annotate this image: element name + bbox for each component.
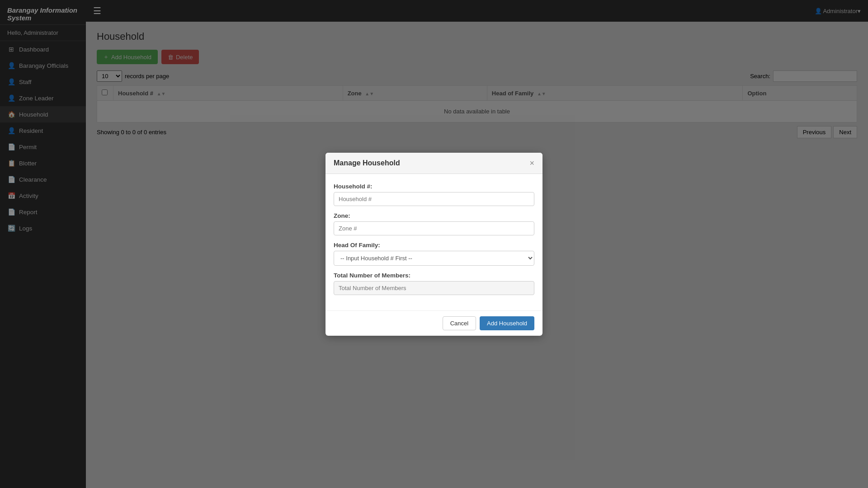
cancel-button[interactable]: Cancel <box>443 316 476 330</box>
modal-title: Manage Household <box>334 159 400 167</box>
modal-overlay: Manage Household × Household #: Zone: He… <box>0 0 868 488</box>
head-of-family-select[interactable]: -- Input Household # First -- <box>334 251 534 266</box>
total-members-field-group: Total Number of Members: <box>334 272 534 295</box>
total-members-input[interactable] <box>334 281 534 295</box>
zone-field-group: Zone: <box>334 212 534 235</box>
household-number-field-group: Household #: <box>334 183 534 206</box>
add-household-submit-button[interactable]: Add Household <box>480 316 534 330</box>
modal-footer: Cancel Add Household <box>326 310 542 336</box>
zone-label: Zone: <box>334 212 534 219</box>
manage-household-modal: Manage Household × Household #: Zone: He… <box>326 153 542 336</box>
zone-input[interactable] <box>334 221 534 235</box>
household-number-label: Household #: <box>334 183 534 190</box>
head-of-family-label: Head Of Family: <box>334 242 534 249</box>
total-members-label: Total Number of Members: <box>334 272 534 279</box>
modal-body: Household #: Zone: Head Of Family: -- In… <box>326 174 542 310</box>
modal-close-button[interactable]: × <box>529 159 534 167</box>
household-number-input[interactable] <box>334 192 534 206</box>
modal-header: Manage Household × <box>326 153 542 174</box>
head-of-family-field-group: Head Of Family: -- Input Household # Fir… <box>334 242 534 266</box>
